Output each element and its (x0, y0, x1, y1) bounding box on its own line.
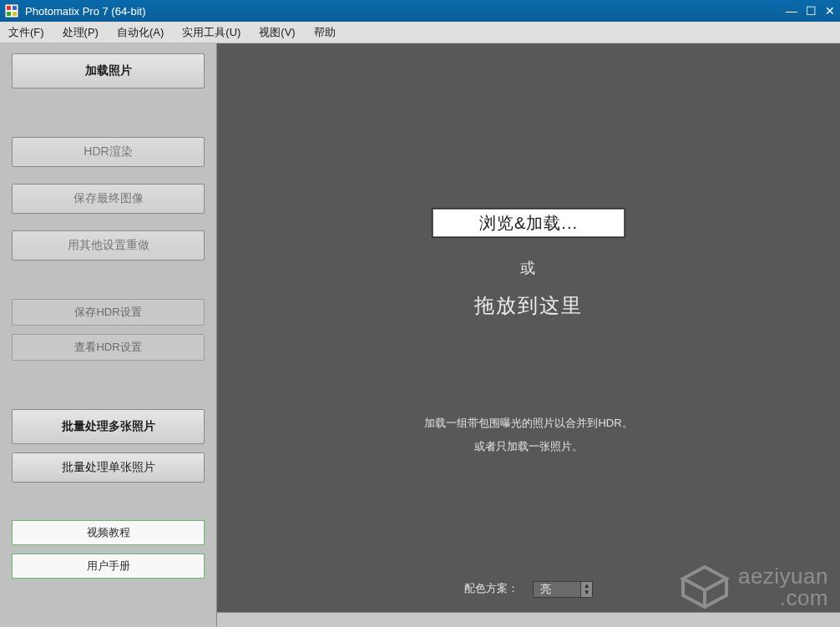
color-scheme-value: 亮 (540, 583, 551, 595)
window-controls: ― ☐ ✕ (786, 0, 835, 22)
view-hdr-settings-button[interactable]: 查看HDR设置 (12, 334, 205, 361)
hint-line-1: 加载一组带包围曝光的照片以合并到HDR。 (217, 416, 840, 431)
batch-single-button[interactable]: 批量处理单张照片 (12, 453, 205, 483)
menu-utilities[interactable]: 实用工具(U) (182, 25, 240, 40)
user-manual-link[interactable]: 用户手册 (12, 554, 205, 579)
app-icon (5, 4, 18, 18)
menu-process[interactable]: 处理(P) (63, 25, 99, 40)
svg-rect-2 (13, 6, 17, 10)
menubar: 文件(F) 处理(P) 自动化(A) 实用工具(U) 视图(V) 帮助 (0, 22, 840, 43)
window-title: Photomatix Pro 7 (64-bit) (25, 5, 146, 18)
main-viewport: 浏览&加载... 或 拖放到这里 加载一组带包围曝光的照片以合并到HDR。 或者… (217, 43, 840, 627)
color-scheme-select[interactable]: 亮 ▲▼ (533, 581, 593, 598)
menu-file[interactable]: 文件(F) (8, 25, 44, 40)
svg-rect-4 (13, 12, 17, 16)
video-tutorial-link[interactable]: 视频教程 (12, 520, 205, 545)
maximize-button[interactable]: ☐ (806, 4, 817, 18)
hdr-render-button[interactable]: HDR渲染 (12, 137, 205, 167)
sidebar: 加载照片 HDR渲染 保存最终图像 用其他设置重做 保存HDR设置 查看HDR设… (0, 43, 217, 627)
redo-other-settings-button[interactable]: 用其他设置重做 (12, 230, 205, 260)
svg-rect-1 (7, 6, 11, 10)
close-button[interactable]: ✕ (825, 4, 835, 18)
color-scheme-row: 配色方案： 亮 ▲▼ (217, 581, 840, 598)
hint-line-2: 或者只加载一张照片。 (217, 439, 840, 454)
horizontal-scrollbar[interactable] (217, 612, 840, 627)
menu-view[interactable]: 视图(V) (259, 25, 295, 40)
or-label: 或 (217, 258, 840, 278)
minimize-button[interactable]: ― (786, 4, 797, 18)
browse-load-button[interactable]: 浏览&加载... (432, 208, 625, 238)
menu-automate[interactable]: 自动化(A) (117, 25, 164, 40)
save-final-button[interactable]: 保存最终图像 (12, 184, 205, 214)
spinner-icon[interactable]: ▲▼ (580, 582, 592, 597)
titlebar: Photomatix Pro 7 (64-bit) ― ☐ ✕ (0, 0, 840, 22)
svg-rect-3 (7, 12, 11, 16)
color-scheme-label: 配色方案： (464, 582, 519, 594)
drop-here-label: 拖放到这里 (217, 292, 840, 319)
save-hdr-settings-button[interactable]: 保存HDR设置 (12, 299, 205, 326)
batch-multi-button[interactable]: 批量处理多张照片 (12, 409, 205, 444)
load-photos-button[interactable]: 加载照片 (12, 53, 205, 88)
menu-help[interactable]: 帮助 (314, 25, 336, 40)
